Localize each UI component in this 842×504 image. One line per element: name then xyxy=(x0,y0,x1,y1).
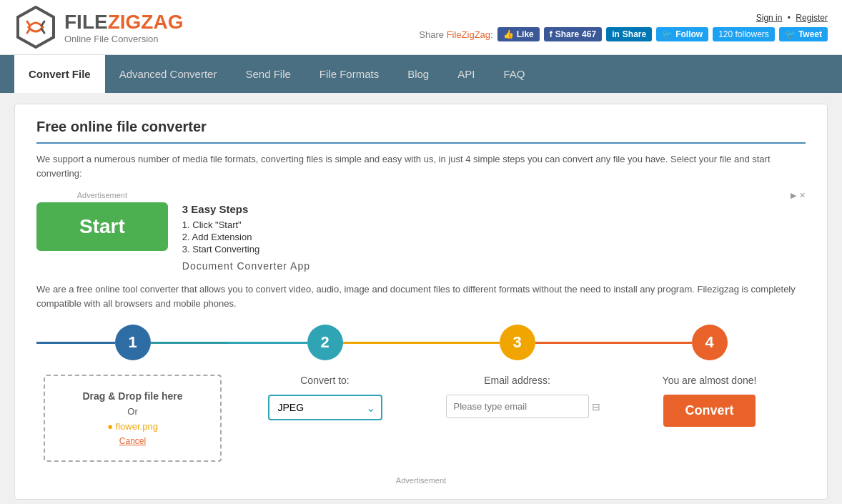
nav-item-api[interactable]: API xyxy=(443,55,489,93)
ad-right: ▶ ✕ 3 Easy Steps 1. Click "Start" 2. Add… xyxy=(182,191,806,272)
step-4-circle: 4 xyxy=(692,325,728,360)
ad-label: Advertisement xyxy=(36,191,168,199)
step-4: 4 You are almost done! Convert xyxy=(613,325,806,427)
register-link[interactable]: Register xyxy=(796,13,828,23)
step-1-circle: 1 xyxy=(115,325,151,360)
step-4-line-right xyxy=(728,342,806,344)
convert-select-wrap: JPEG PNG GIF BMP PDF MP4 MP3 ⌄ xyxy=(268,395,382,420)
convert-button[interactable]: Convert xyxy=(663,395,755,427)
step-2-content: Convert to: JPEG PNG GIF BMP PDF MP4 MP3… xyxy=(229,375,421,420)
steps-row: 1 Drag & Drop file here Or ● flower.png … xyxy=(36,325,806,462)
share-label: Share FileZigZag: xyxy=(419,29,492,40)
nav-item-send-file[interactable]: Send File xyxy=(231,55,304,93)
like-button[interactable]: 👍 Like xyxy=(497,27,540,41)
step-3-circle: 3 xyxy=(500,325,535,360)
step-1-line-right xyxy=(151,342,229,344)
ad-start-button[interactable]: Start xyxy=(36,202,168,251)
share-link[interactable]: FileZigZag xyxy=(447,29,490,40)
logo-text: FILEZIGZAG Online File Conversion xyxy=(64,11,183,44)
step-4-line-left xyxy=(613,342,692,344)
step-1-content: Drag & Drop file here Or ● flower.png Ca… xyxy=(36,375,229,462)
followers-count: 120 followers xyxy=(713,27,775,41)
cancel-link[interactable]: Cancel xyxy=(119,436,146,446)
facebook-share-button[interactable]: f Share 467 xyxy=(544,27,602,41)
steps-title: 3 Easy Steps xyxy=(182,203,806,215)
email-label: Email address: xyxy=(428,375,606,386)
top-right: Sign in • Register Share FileZigZag: 👍 L… xyxy=(419,13,828,41)
nav-item-faq[interactable]: FAQ xyxy=(489,55,539,93)
ad-close-icon[interactable]: ✕ xyxy=(799,191,806,200)
step-2-line-right xyxy=(343,342,422,344)
drop-or: Or xyxy=(127,406,137,417)
adchoices-icon[interactable]: ▶ xyxy=(791,191,796,200)
desc-text: We are a free online tool converter that… xyxy=(36,282,806,310)
sign-in-link[interactable]: Sign in xyxy=(756,13,783,23)
page-title: Free online file converter xyxy=(36,119,806,144)
linkedin-share-button[interactable]: in Share xyxy=(606,27,652,41)
ad-step2: 2. Add Extension xyxy=(182,232,806,242)
step-1: 1 Drag & Drop file here Or ● flower.png … xyxy=(36,325,229,462)
nav-item-convert-file[interactable]: Convert File xyxy=(14,55,105,93)
nav-item-blog[interactable]: Blog xyxy=(393,55,443,93)
step-3-line: 3 xyxy=(421,325,613,360)
intro-text: We support a numerous number of media fi… xyxy=(36,152,806,180)
tweet-icon: 🐦 xyxy=(785,29,796,39)
facebook-icon: f xyxy=(550,29,553,39)
step-3-content: Email address: ⊟ xyxy=(421,375,613,418)
site-name: FILEZIGZAG xyxy=(64,11,183,34)
main-content: Free online file converter We support a … xyxy=(14,104,828,500)
site-subtitle: Online File Conversion xyxy=(64,34,183,44)
almost-done-label: You are almost done! xyxy=(620,375,798,386)
nav-item-file-formats[interactable]: File Formats xyxy=(305,55,393,93)
logo-area: FILEZIGZAG Online File Conversion xyxy=(14,6,183,49)
ad-step1: 1. Click "Start" xyxy=(182,219,806,230)
drop-text: Drag & Drop file here xyxy=(82,390,182,402)
ad-step3: 3. Start Converting xyxy=(182,244,806,255)
logo-icon xyxy=(14,6,57,49)
svg-marker-0 xyxy=(18,7,54,47)
top-bar: FILEZIGZAG Online File Conversion Sign i… xyxy=(0,0,842,55)
bottom-ad-label: Advertisement xyxy=(36,476,806,485)
nav-bar: Convert File Advanced Converter Send Fil… xyxy=(0,55,842,93)
step-3-line-right xyxy=(535,342,614,344)
step-2-line-left xyxy=(229,342,307,344)
step-1-line-left xyxy=(36,342,115,344)
ad-corner: ▶ ✕ xyxy=(182,191,806,200)
email-input-wrap: ⊟ xyxy=(428,395,606,418)
format-select[interactable]: JPEG PNG GIF BMP PDF MP4 MP3 xyxy=(268,395,382,420)
step-4-content: You are almost done! Convert xyxy=(613,375,806,427)
step-4-line: 4 xyxy=(613,325,806,360)
file-name: ● flower.png xyxy=(107,421,158,432)
step-1-line: 1 xyxy=(36,325,229,360)
step-3: 3 Email address: ⊟ xyxy=(421,325,613,418)
email-input[interactable] xyxy=(446,395,589,418)
step-2-line: 2 xyxy=(229,325,421,360)
top-links: Sign in • Register xyxy=(756,13,828,23)
thumbs-up-icon: 👍 xyxy=(503,29,514,39)
drop-zone[interactable]: Drag & Drop file here Or ● flower.png Ca… xyxy=(44,375,222,462)
linkedin-icon: in xyxy=(612,29,620,39)
ad-left: Advertisement Start xyxy=(36,191,168,251)
ad-steps: 3 Easy Steps 1. Click "Start" 2. Add Ext… xyxy=(182,203,806,272)
convert-to-label: Convert to: xyxy=(236,375,414,386)
nav-item-advanced-converter[interactable]: Advanced Converter xyxy=(105,55,232,93)
step-2-circle: 2 xyxy=(307,325,343,360)
file-dot-icon: ● xyxy=(107,421,113,432)
step-3-line-left xyxy=(421,342,500,344)
doc-converter-label: Document Converter App xyxy=(182,260,806,272)
step-2: 2 Convert to: JPEG PNG GIF BMP PDF MP4 M… xyxy=(229,325,421,420)
twitter-icon: 🐦 xyxy=(662,29,673,39)
email-icon: ⊟ xyxy=(592,401,600,412)
ad-section: Advertisement Start ▶ ✕ 3 Easy Steps 1. … xyxy=(36,191,806,272)
social-row: Share FileZigZag: 👍 Like f Share 467 in … xyxy=(419,27,828,41)
tweet-button[interactable]: 🐦 Tweet xyxy=(779,27,828,41)
twitter-follow-button[interactable]: 🐦 Follow xyxy=(656,27,708,41)
